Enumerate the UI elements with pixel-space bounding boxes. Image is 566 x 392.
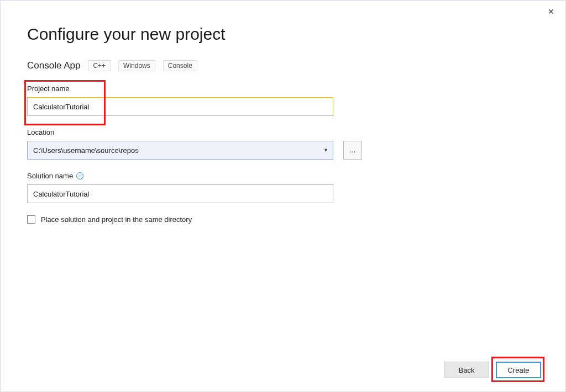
- page-title: Configure your new project: [27, 25, 539, 44]
- location-label: Location: [27, 128, 539, 136]
- template-tag: Windows: [118, 60, 155, 71]
- location-value: C:\Users\username\source\repos: [33, 146, 139, 155]
- create-button[interactable]: Create: [496, 362, 541, 378]
- template-tag: Console: [163, 60, 197, 71]
- location-combo[interactable]: C:\Users\username\source\repos ▼: [27, 141, 333, 160]
- same-directory-label: Place solution and project in the same d…: [41, 215, 192, 224]
- info-icon[interactable]: i: [76, 172, 83, 179]
- template-tag: C++: [88, 60, 111, 71]
- close-icon[interactable]: ✕: [546, 6, 557, 17]
- browse-button[interactable]: ...: [343, 141, 362, 160]
- template-summary: Console App C++ Windows Console: [27, 60, 539, 71]
- chevron-down-icon: ▼: [323, 147, 328, 153]
- same-directory-checkbox[interactable]: [27, 215, 35, 224]
- back-button[interactable]: Back: [444, 362, 489, 378]
- solution-name-input[interactable]: [27, 184, 333, 203]
- project-name-label: Project name: [27, 84, 539, 93]
- solution-name-label: Solution name: [27, 172, 73, 180]
- project-name-input[interactable]: [27, 97, 333, 116]
- template-name: Console App: [27, 60, 80, 71]
